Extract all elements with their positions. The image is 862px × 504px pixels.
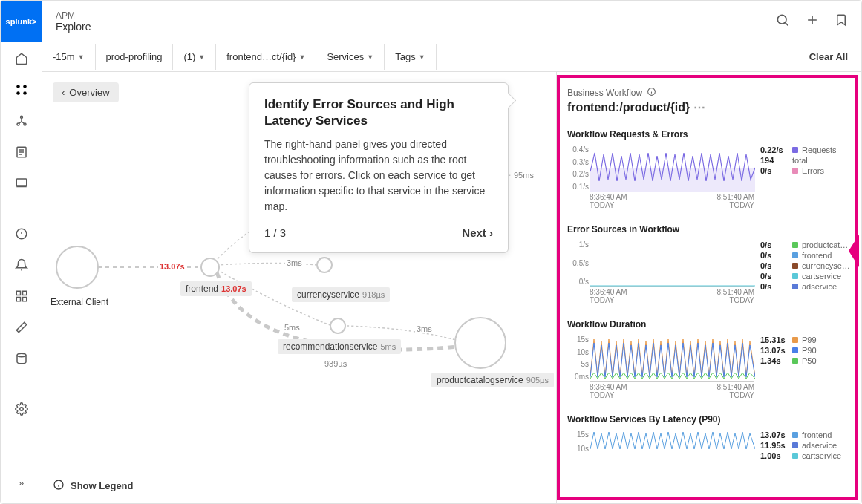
legend-error-sources: 0/sproductcat… 0/sfrontend 0/scurrencyse… <box>760 240 850 304</box>
edge-recommendation-product: 3ms <box>415 324 434 333</box>
svg-rect-8 <box>16 179 27 186</box>
panel-header-label: Business Workflow <box>567 87 848 99</box>
info-icon <box>53 479 65 493</box>
filter-environment[interactable]: prod-profiling <box>96 44 174 70</box>
show-legend-label: Show Legend <box>71 480 134 491</box>
details-panel: Business Workflow frontend:/product/{id}… <box>557 75 858 500</box>
search-icon[interactable] <box>775 13 790 30</box>
legend-latency: 13.07sfrontend 11.95sadservice 1.00scart… <box>760 431 848 462</box>
popup-body: The right-hand panel gives you directed … <box>264 137 493 215</box>
page-title: Explore <box>56 21 91 33</box>
svg-point-14 <box>17 353 26 357</box>
legend-requests: 0.22/sRequests 194total 0/sErrors <box>760 145 848 209</box>
overview-button[interactable]: ‹ Overview <box>53 82 119 102</box>
header: APM Explore <box>42 1 861 42</box>
database-icon[interactable] <box>13 350 30 367</box>
overview-label: Overview <box>69 87 109 98</box>
onboarding-popup: Identify Error Sources and High Latency … <box>249 82 509 253</box>
filter-tags[interactable]: Tags▼ <box>385 44 436 70</box>
node-recommendationservice[interactable]: recommendationservice 5ms <box>278 339 401 354</box>
svg-point-20 <box>330 318 345 333</box>
bookmark-icon[interactable] <box>835 13 848 29</box>
svg-point-16 <box>777 15 786 24</box>
infra-icon[interactable] <box>13 112 30 130</box>
edge-frontend-product: 939µs <box>323 359 348 368</box>
show-legend-button[interactable]: Show Legend <box>53 479 134 493</box>
svg-point-2 <box>16 91 20 95</box>
section-title: Workflow Requests & Errors <box>567 129 848 140</box>
chart-latency[interactable]: 15s 10s <box>590 431 754 453</box>
info-icon[interactable] <box>647 87 656 99</box>
svg-point-18 <box>201 258 219 276</box>
chevron-left-icon: ‹ <box>62 87 65 98</box>
service-map-canvas[interactable]: ‹ Overview <box>42 72 557 503</box>
edge-ext-frontend: 13.07s <box>158 262 186 271</box>
filter-workflow[interactable]: frontend…ct/{id}▼ <box>216 44 316 70</box>
svg-rect-24 <box>590 168 755 192</box>
svg-point-17 <box>56 246 98 288</box>
svg-rect-12 <box>16 298 20 301</box>
rum-icon[interactable] <box>13 174 30 192</box>
edge-frontend-currency: 3ms <box>285 258 304 267</box>
edge-frontend-recommendation: 5ms <box>283 323 301 332</box>
svg-rect-10 <box>16 291 20 295</box>
add-icon[interactable] <box>805 13 820 30</box>
clear-all-button[interactable]: Clear All <box>796 44 861 70</box>
svg-point-1 <box>23 85 27 88</box>
section-requests: Workflow Requests & Errors 0.4/s 0.3/s 0… <box>567 129 848 209</box>
section-latency: Workflow Services By Latency (P90) 15s 1… <box>567 414 848 462</box>
popup-next-button[interactable]: Next › <box>462 226 493 239</box>
svg-rect-11 <box>22 291 26 295</box>
alert-icon[interactable] <box>13 225 30 243</box>
header-section: APM <box>56 10 91 21</box>
settings-icon[interactable] <box>13 400 30 418</box>
ruler-icon[interactable] <box>13 318 30 336</box>
node-currencyservice[interactable]: currencyservice 918µs <box>292 287 390 302</box>
section-duration: Workflow Duration 15s 10s 5s 0ms <box>567 319 848 399</box>
home-icon[interactable] <box>13 50 30 68</box>
svg-point-15 <box>19 408 23 411</box>
svg-point-19 <box>317 258 332 272</box>
splunk-logo[interactable]: splunk> <box>1 1 42 42</box>
logs-icon[interactable] <box>13 143 30 161</box>
section-title: Workflow Duration <box>567 319 848 330</box>
expand-sidebar-icon[interactable]: » <box>13 474 30 491</box>
edge-frontend-top: 95ms <box>512 171 535 180</box>
popup-step: 1 / 3 <box>264 226 286 239</box>
popup-title: Identify Error Sources and High Latency … <box>264 96 493 129</box>
sidebar-left: splunk> » <box>1 1 42 503</box>
filter-services[interactable]: Services▼ <box>316 44 385 70</box>
chart-error-sources[interactable]: 1/s 0.5/s 0/s <box>590 240 754 287</box>
filter-timerange[interactable]: -15m▼ <box>42 44 96 70</box>
filter-count[interactable]: (1)▼ <box>173 44 216 70</box>
filter-bar: -15m▼ prod-profiling (1)▼ frontend…ct/{i… <box>42 42 861 72</box>
node-frontend[interactable]: frontend 13.07s <box>180 281 252 296</box>
bell-icon[interactable] <box>13 256 30 274</box>
chart-duration[interactable]: 15s 10s 5s 0ms <box>590 336 754 382</box>
section-error-sources: Error Sources in Workflow 1/s 0.5/s 0/s <box>567 224 848 304</box>
panel-title: frontend:/product/{id} ⋯ <box>567 100 848 114</box>
svg-point-21 <box>455 318 506 368</box>
section-title: Workflow Services By Latency (P90) <box>567 414 848 425</box>
legend-duration: 15.31sP99 13.07sP90 1.34sP50 <box>760 336 848 399</box>
svg-point-3 <box>23 91 27 95</box>
svg-point-4 <box>20 116 22 118</box>
node-productcatalogservice[interactable]: productcatalogservice 905µs <box>431 373 554 387</box>
section-title: Error Sources in Workflow <box>567 224 848 235</box>
external-client-label: External Client <box>50 297 108 307</box>
svg-point-0 <box>16 85 20 88</box>
svg-rect-13 <box>22 298 26 301</box>
apm-icon[interactable] <box>13 81 30 99</box>
chart-requests[interactable]: 0.4/s 0.3/s 0.2/s 0.1/s <box>590 145 754 192</box>
dashboards-icon[interactable] <box>13 287 30 305</box>
